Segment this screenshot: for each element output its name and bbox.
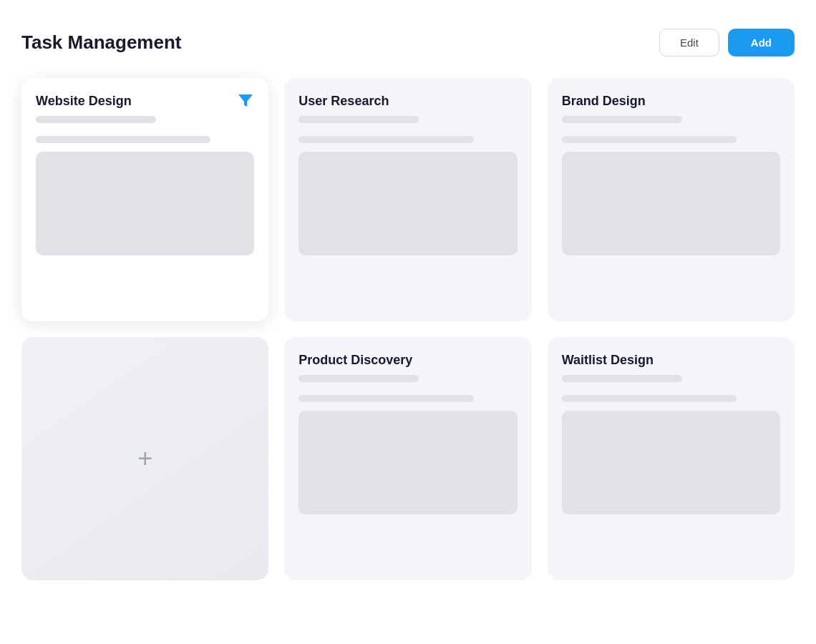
skeleton-line: [36, 136, 210, 143]
skeleton-line: [562, 116, 682, 123]
skeleton-block: [36, 152, 254, 255]
skeleton-block: [298, 152, 517, 255]
card-title-product-discovery: Product Discovery: [298, 353, 517, 368]
card-waitlist-design[interactable]: Waitlist Design: [548, 337, 795, 580]
header-actions: Edit Add: [659, 29, 795, 57]
card-brand-design[interactable]: Brand Design: [548, 78, 795, 321]
skeleton-block: [562, 411, 780, 514]
card-title-website-design: Website Design: [36, 94, 254, 109]
task-grid: Website Design User Research Brand Desig…: [21, 78, 795, 580]
card-title-user-research: User Research: [298, 94, 517, 109]
skeleton-line: [562, 375, 682, 382]
card-user-research[interactable]: User Research: [284, 78, 531, 321]
skeleton-block: [562, 152, 780, 255]
skeleton-block: [298, 411, 517, 514]
page-header: Task Management Edit Add: [21, 29, 795, 57]
skeleton-line: [298, 136, 473, 143]
card-title-waitlist-design: Waitlist Design: [562, 353, 780, 368]
skeleton-line: [298, 395, 473, 402]
page-title: Task Management: [21, 31, 181, 54]
skeleton-line: [36, 116, 156, 123]
funnel-icon: [235, 91, 256, 111]
card-product-discovery[interactable]: Product Discovery: [284, 337, 531, 580]
skeleton-line: [562, 395, 737, 402]
skeleton-line: [298, 116, 419, 123]
skeleton-line: [298, 375, 419, 382]
add-button[interactable]: Add: [728, 29, 795, 57]
card-title-brand-design: Brand Design: [562, 94, 780, 109]
plus-icon: +: [137, 446, 152, 472]
card-website-design[interactable]: Website Design: [21, 78, 268, 321]
add-new-card[interactable]: +: [21, 337, 268, 580]
edit-button[interactable]: Edit: [659, 29, 719, 57]
skeleton-line: [562, 136, 737, 143]
